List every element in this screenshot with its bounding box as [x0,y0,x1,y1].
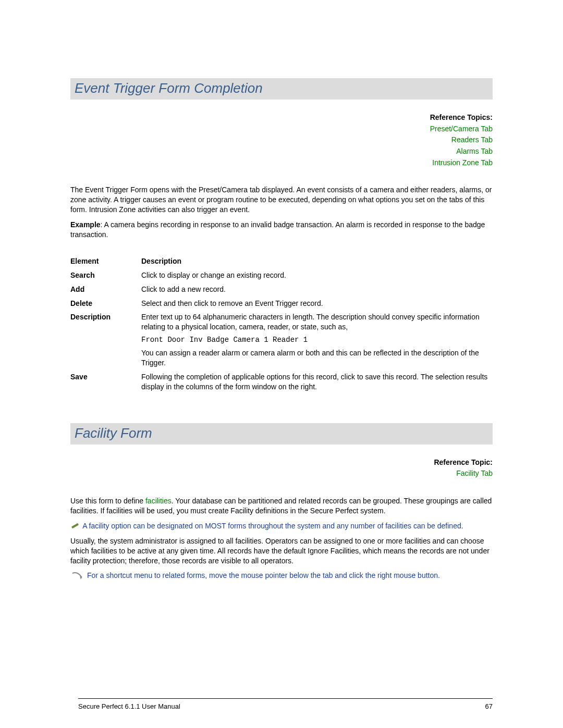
intro-paragraph: The Event Trigger Form opens with the Pr… [70,185,493,215]
ref-link-readers[interactable]: Readers Tab [70,134,493,146]
ref-link-alarms[interactable]: Alarms Tab [70,146,493,157]
ref-link-intrusion[interactable]: Intrusion Zone Tab [70,157,493,169]
ref-link-facility-tab[interactable]: Facility Tab [70,468,493,479]
th-element: Element [70,254,141,268]
table-row: Description Enter text up to 64 alphanum… [70,310,493,369]
row-delete-desc: Select and then click to remove an Event… [141,297,493,311]
row-save-el: Save [70,370,141,394]
row-search-el: Search [70,268,141,282]
row-save-desc: Following the completion of applicable o… [141,370,493,394]
table-row: Delete Select and then click to remove a… [70,297,493,311]
page: Event Trigger Form Completion Reference … [0,0,563,728]
reference-block-1: Reference Topics: Preset/Camera Tab Read… [70,112,493,168]
th-description: Description [141,254,493,268]
footer-page-number: 67 [485,702,493,710]
row-description-el: Description [70,310,141,369]
row-description-desc: Enter text up to 64 alphanumeric charact… [141,310,493,369]
example-text: : A camera begins recording in response … [70,220,485,239]
reference-block-2: Reference Topic: Facility Tab [70,457,493,479]
tip2-text: For a shortcut menu to related forms, mo… [87,571,440,579]
reference-label: Reference Topics: [430,113,493,121]
element-description-table: Element Description Search Click to disp… [70,254,493,394]
footer-left: Secure Perfect 6.1.1 User Manual [78,702,180,710]
page-footer: Secure Perfect 6.1.1 User Manual 67 [78,702,493,710]
row-search-desc: Click to display or change an existing r… [141,268,493,282]
row-add-el: Add [70,282,141,297]
table-row: Search Click to display or change an exi… [70,268,493,282]
table-row: Save Following the completion of applica… [70,370,493,394]
example-paragraph: Example: A camera begins recording in re… [70,220,493,240]
table-row: Add Click to add a new record. [70,282,493,297]
desc-code: Front Door Inv Badge Camera 1 Reader 1 [141,335,489,345]
mouse-shortcut-icon [70,571,85,582]
facilities-link[interactable]: facilities [145,497,172,505]
facility-intro-a: Use this form to define [70,497,145,505]
tip1-text: A facility option can be designated on M… [82,522,463,530]
desc-p2: You can assign a reader alarm or camera … [141,349,479,367]
example-label: Example [70,220,101,229]
tip-note-2: For a shortcut menu to related forms, mo… [70,571,493,581]
row-delete-el: Delete [70,297,141,311]
pen-tip-icon [70,523,80,530]
heading-event-trigger: Event Trigger Form Completion [70,78,493,100]
reference-label-2: Reference Topic: [434,458,493,466]
footer-rule [78,698,493,699]
table-header-row: Element Description [70,254,493,268]
tip-note-1: A facility option can be designated on M… [70,521,493,531]
heading-facility-form: Facility Form [70,423,493,445]
row-add-desc: Click to add a new record. [141,282,493,297]
desc-p1: Enter text up to 64 alphanumeric charact… [141,313,480,331]
ref-link-preset-camera[interactable]: Preset/Camera Tab [70,124,493,135]
facility-body: Usually, the system administrator is ass… [70,536,493,566]
facility-intro: Use this form to define facilities. Your… [70,496,493,516]
